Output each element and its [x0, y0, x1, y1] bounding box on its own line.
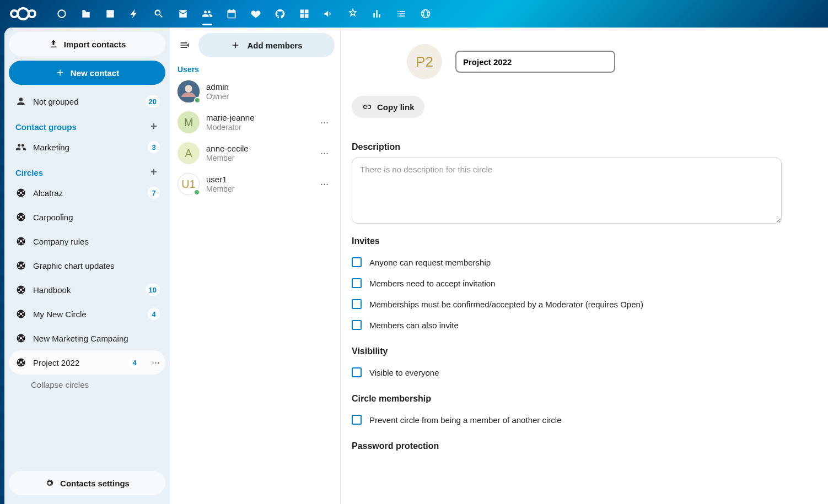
deck-icon: [299, 8, 310, 19]
calendar-icon: [226, 8, 237, 19]
favorites-icon: [250, 8, 261, 19]
app-mail[interactable]: [171, 0, 195, 28]
tasks-icon: [396, 8, 407, 19]
app-tasks[interactable]: [389, 0, 413, 28]
recognize-icon: [347, 8, 358, 19]
app-calendar[interactable]: [219, 0, 244, 28]
app-recognize[interactable]: [341, 0, 365, 28]
announcements-icon: [323, 8, 334, 19]
activity-icon: [129, 8, 140, 19]
app-announcements[interactable]: [316, 0, 341, 28]
app-web[interactable]: [413, 0, 438, 28]
app-search[interactable]: [147, 0, 171, 28]
nextcloud-logo[interactable]: [6, 5, 41, 23]
dashboard-icon: [56, 8, 67, 19]
search-icon: [153, 8, 164, 19]
contacts-icon: [202, 8, 213, 19]
svg-point-1: [18, 8, 29, 19]
photos-icon: [105, 8, 116, 19]
app-photos[interactable]: [98, 0, 122, 28]
app-favorites[interactable]: [244, 0, 268, 28]
app-github[interactable]: [268, 0, 292, 28]
app-analytics[interactable]: [365, 0, 389, 28]
app-deck[interactable]: [292, 0, 316, 28]
github-icon: [275, 8, 286, 19]
analytics-icon: [372, 8, 383, 19]
mail-icon: [178, 8, 189, 19]
web-icon: [420, 8, 431, 19]
app-contacts[interactable]: [195, 0, 219, 28]
files-icon: [80, 8, 92, 19]
app-dashboard[interactable]: [50, 0, 74, 28]
app-files[interactable]: [74, 0, 98, 28]
svg-point-2: [29, 10, 35, 17]
svg-point-3: [58, 10, 65, 17]
app-activity[interactable]: [122, 0, 147, 28]
topbar: [0, 0, 828, 28]
